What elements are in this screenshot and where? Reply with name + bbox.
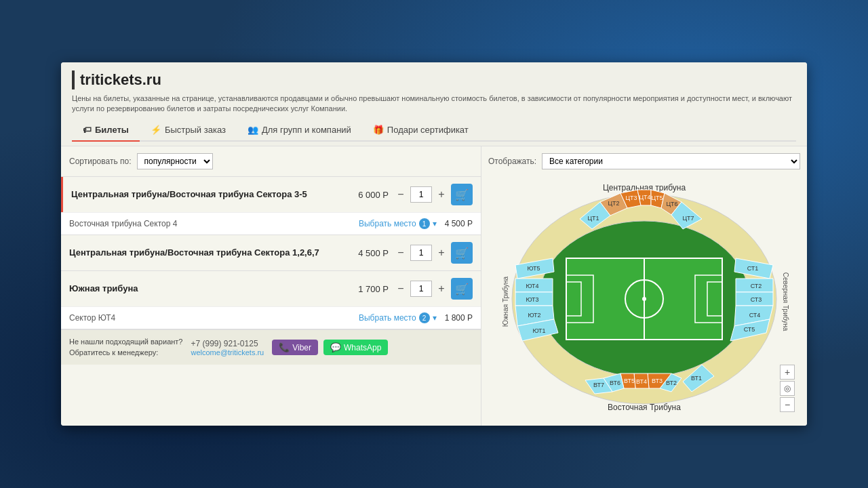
sub-price-1: 4 500 Р (445, 219, 473, 228)
svg-text:СТ2: СТ2 (751, 283, 762, 289)
ticket-icon: 🏷 (83, 125, 92, 135)
contact-text: Не нашли подходящий вариант?Обратитесь к… (69, 337, 182, 358)
qty-input-2[interactable] (410, 245, 432, 261)
title-bar-decoration (72, 70, 75, 89)
ticket-row-3: Южная трибуна 1 700 Р − + 🛒 (61, 271, 481, 306)
badge-3: 2 (419, 312, 430, 323)
select-place-btn-1[interactable]: Выбрать место 1 ▾ (359, 218, 437, 229)
svg-text:ЮТ4: ЮТ4 (526, 283, 538, 289)
svg-text:Северная Трибуна: Северная Трибуна (782, 272, 789, 331)
qty-input-1[interactable] (410, 186, 432, 203)
qty-minus-2[interactable]: − (394, 245, 408, 261)
zoom-controls: + ◎ − (780, 365, 795, 412)
qty-minus-3[interactable]: − (394, 281, 408, 297)
tabs-bar: 🏷 Билеты ⚡ Быстрый заказ 👥 Для групп и к… (72, 119, 796, 142)
ticket-name-1: Центральная трибуна/Восточная трибуна Се… (71, 189, 353, 201)
cart-btn-1[interactable]: 🛒 (451, 184, 473, 205)
select-place-btn-3[interactable]: Выбрать место 2 ▾ (359, 312, 437, 323)
lightning-icon: ⚡ (151, 125, 161, 135)
contact-phone: +7 (999) 921-0125 (191, 339, 264, 348)
map-panel: Отображать: Все категории Центральная тр… (481, 146, 807, 426)
tab-tickets[interactable]: 🏷 Билеты (72, 119, 140, 142)
svg-text:ЦТ7: ЦТ7 (682, 215, 694, 222)
sort-label: Сортировать по: (69, 157, 132, 166)
svg-text:ЦТ4: ЦТ4 (639, 194, 650, 201)
svg-text:ВТ4: ВТ4 (636, 378, 647, 385)
viber-button[interactable]: 📞 Viber (272, 340, 318, 355)
main-container: tritickets.ru Цены на билеты, указанные … (61, 62, 807, 426)
ticket-section-1: Центральная трибуна/Восточная трибуна Се… (61, 177, 481, 235)
chevron-down-icon-3: ▾ (433, 313, 437, 323)
ticket-name-2: Центральная трибуна/Восточная трибуна Се… (69, 247, 353, 259)
qty-plus-3[interactable]: + (435, 281, 448, 297)
ticket-controls-3: − + 🛒 (394, 278, 473, 300)
contact-bar: Не нашли подходящий вариант?Обратитесь к… (61, 329, 481, 365)
qty-plus-1[interactable]: + (435, 186, 448, 203)
chevron-down-icon-1: ▾ (433, 219, 437, 228)
filter-select[interactable]: Все категории (542, 153, 800, 169)
contact-details: +7 (999) 921-0125 welcome@tritickets.ru (191, 339, 264, 357)
svg-text:ВТ6: ВТ6 (610, 380, 620, 386)
sub-price-3: 1 800 Р (445, 313, 473, 323)
stadium-map-container: Центральная трибуна (488, 175, 800, 419)
sector-name-3: Сектор ЮТ4 (69, 313, 351, 323)
contact-info: Не нашли подходящий вариант?Обратитесь к… (69, 337, 182, 358)
cart-btn-2[interactable]: 🛒 (451, 242, 473, 264)
qty-plus-2[interactable]: + (435, 245, 448, 261)
svg-text:ЦТ1: ЦТ1 (587, 215, 599, 222)
zoom-in-button[interactable]: + (780, 365, 795, 380)
tab-quick-order[interactable]: ⚡ Быстрый заказ (140, 119, 237, 142)
sort-bar: Сортировать по: популярности цене (возр.… (61, 146, 481, 177)
viber-icon: 📞 (279, 342, 290, 352)
contact-email: welcome@tritickets.ru (191, 348, 264, 357)
svg-text:СТ4: СТ4 (749, 312, 761, 319)
sector-name-1: Восточная трибуна Сектор 4 (69, 219, 351, 228)
ticket-sub-row-1: Восточная трибуна Сектор 4 Выбрать место… (61, 212, 481, 235)
ticket-controls-1: − + 🛒 (394, 184, 473, 205)
tab-groups[interactable]: 👥 Для групп и компаний (237, 119, 362, 142)
svg-text:ЦТ5: ЦТ5 (651, 195, 663, 201)
ticket-price-1: 6 000 Р (358, 190, 389, 200)
ticket-section-2: Центральная трибуна/Восточная трибуна Се… (61, 235, 481, 271)
filter-bar: Отображать: Все категории (488, 153, 800, 169)
svg-text:ЮТ1: ЮТ1 (532, 327, 545, 334)
tickets-panel: Сортировать по: популярности цене (возр.… (61, 146, 481, 426)
svg-text:СТ1: СТ1 (747, 265, 759, 272)
whatsapp-icon: 💬 (330, 342, 341, 352)
tab-gift[interactable]: 🎁 Подари сертификат (362, 119, 479, 142)
gift-icon: 🎁 (373, 125, 384, 135)
sort-select[interactable]: популярности цене (возр.) цене (убыв.) (137, 153, 213, 169)
svg-text:СТ5: СТ5 (744, 326, 755, 333)
ticket-row-1: Центральная трибуна/Восточная трибуна Се… (61, 177, 481, 212)
badge-1: 1 (419, 218, 430, 229)
svg-text:ЦТ3: ЦТ3 (625, 195, 637, 201)
ticket-controls-2: − + 🛒 (394, 242, 473, 264)
ticket-name-3: Южная трибуна (69, 283, 353, 295)
svg-text:ЮТ5: ЮТ5 (527, 265, 540, 272)
whatsapp-button[interactable]: 💬 WhatsApp (323, 340, 388, 355)
header: tritickets.ru Цены на билеты, указанные … (61, 62, 807, 147)
svg-text:ВТ7: ВТ7 (593, 382, 604, 388)
disclaimer-text: Цены на билеты, указанные на странице, у… (72, 94, 796, 115)
ticket-section-3: Южная трибуна 1 700 Р − + 🛒 Сектор ЮТ4 В… (61, 271, 481, 329)
svg-text:ЮТ3: ЮТ3 (526, 296, 538, 303)
svg-text:ВТ5: ВТ5 (624, 378, 635, 384)
svg-text:СТ3: СТ3 (751, 296, 762, 303)
ticket-row-2: Центральная трибуна/Восточная трибуна Се… (61, 235, 481, 270)
svg-text:Южная Трибуна: Южная Трибуна (502, 277, 509, 327)
svg-text:ЦТ2: ЦТ2 (608, 200, 619, 207)
qty-input-3[interactable] (410, 281, 432, 297)
svg-text:ЮТ2: ЮТ2 (528, 312, 540, 319)
stadium-svg: Центральная трибуна (498, 178, 790, 415)
people-icon: 👥 (248, 125, 258, 135)
cart-btn-3[interactable]: 🛒 (451, 278, 473, 300)
zoom-location-button[interactable]: ◎ (780, 381, 795, 396)
zoom-out-button[interactable]: − (780, 397, 795, 412)
ticket-sub-row-3: Сектор ЮТ4 Выбрать место 2 ▾ 1 800 Р (61, 306, 481, 329)
qty-minus-1[interactable]: − (394, 186, 408, 203)
svg-text:ВТ2: ВТ2 (666, 380, 677, 386)
contact-links: 📞 Viber 💬 WhatsApp (272, 340, 388, 355)
svg-text:ВТ1: ВТ1 (691, 375, 702, 382)
content-area: Сортировать по: популярности цене (возр.… (61, 146, 807, 426)
site-title-area: tritickets.ru (72, 70, 796, 89)
